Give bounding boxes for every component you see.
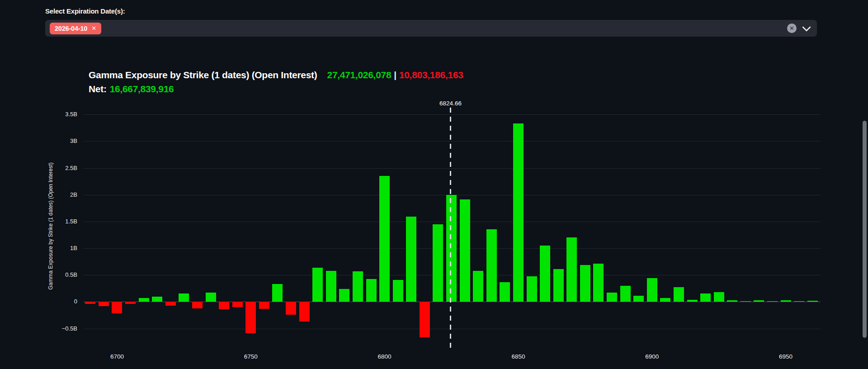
gamma-dashboard-page: Select Expiration Date(s): 2026-04-10 ✕ … xyxy=(0,0,868,369)
gamma-bar[interactable] xyxy=(486,229,497,302)
x-tick-label: 6800 xyxy=(369,353,401,360)
gamma-bar[interactable] xyxy=(527,276,537,302)
y-tick-label: 3B xyxy=(56,137,77,144)
gamma-bar[interactable] xyxy=(727,300,737,302)
plot-area: Gamma Exposure by Strike (1 dates) (Open… xyxy=(84,111,821,341)
select-control-icons: ✕ xyxy=(787,24,810,33)
gamma-bar[interactable] xyxy=(513,123,524,302)
gamma-bar[interactable] xyxy=(420,302,430,337)
gamma-bar[interactable] xyxy=(433,224,443,302)
gamma-bar[interactable] xyxy=(767,301,778,302)
y-tick-label: 2B xyxy=(56,191,77,198)
gamma-bar[interactable] xyxy=(339,289,349,302)
x-tick-label: 6750 xyxy=(235,353,267,360)
gamma-bar[interactable] xyxy=(326,271,336,302)
y-tick-label: 0.5B xyxy=(56,271,77,278)
call-gamma-total: 27,471,026,078 xyxy=(327,70,392,80)
gamma-bar[interactable] xyxy=(754,300,764,302)
x-tick-label: 6900 xyxy=(636,353,668,360)
chart-title: Gamma Exposure by Strike (1 dates) (Open… xyxy=(89,70,317,80)
gamma-bar[interactable] xyxy=(660,298,670,302)
x-tick-label: 6850 xyxy=(502,353,534,360)
gamma-bar[interactable] xyxy=(593,264,604,302)
selected-date-value: 2026-04-10 xyxy=(55,25,87,32)
gamma-bar[interactable] xyxy=(245,302,256,333)
chevron-down-icon[interactable] xyxy=(802,23,811,32)
put-gamma-total: 10,803,186,163 xyxy=(399,70,463,80)
gamma-bar[interactable] xyxy=(125,302,136,304)
gamma-bar[interactable] xyxy=(353,271,363,302)
y-tick-label: 0 xyxy=(56,298,77,305)
gamma-bar[interactable] xyxy=(393,280,403,302)
x-tick-label: 6950 xyxy=(770,353,802,360)
selected-date-tag[interactable]: 2026-04-10 ✕ xyxy=(50,23,101,34)
gamma-bar[interactable] xyxy=(259,302,269,308)
gamma-bar[interactable] xyxy=(152,297,162,302)
clear-all-icon[interactable]: ✕ xyxy=(787,24,797,33)
chart-header: Gamma Exposure by Strike (1 dates) (Open… xyxy=(89,68,463,96)
spot-price-line xyxy=(450,108,451,348)
gamma-bar[interactable] xyxy=(633,296,644,302)
gamma-bar[interactable] xyxy=(781,300,791,302)
tag-remove-icon[interactable]: ✕ xyxy=(91,25,96,31)
net-gamma-label: Net: xyxy=(89,84,107,94)
spot-price-label: 6824.66 xyxy=(439,100,462,107)
gamma-bar[interactable] xyxy=(446,195,457,302)
gamma-bar[interactable] xyxy=(179,293,189,302)
net-gamma-value: 16,667,839,916 xyxy=(110,84,174,94)
expiration-select-label: Select Expiration Date(s): xyxy=(45,7,125,15)
gamma-bar[interactable] xyxy=(687,300,698,302)
gamma-bar[interactable] xyxy=(647,278,657,302)
gamma-bar[interactable] xyxy=(607,293,617,302)
gamma-bar[interactable] xyxy=(540,246,550,302)
y-tick-label: −0.5B xyxy=(56,325,77,332)
gamma-bar[interactable] xyxy=(232,302,243,307)
gamma-bar[interactable] xyxy=(99,302,109,306)
gamma-bar[interactable] xyxy=(794,301,804,302)
gridline xyxy=(84,168,821,169)
gamma-bar[interactable] xyxy=(206,293,216,302)
gamma-bar[interactable] xyxy=(286,302,296,314)
gamma-bar[interactable] xyxy=(500,282,510,302)
gamma-bar[interactable] xyxy=(460,199,470,302)
gamma-bar[interactable] xyxy=(580,265,590,302)
gamma-bar[interactable] xyxy=(165,302,176,305)
gridline xyxy=(84,329,821,329)
gamma-bar[interactable] xyxy=(192,302,203,308)
scrollbar-thumb[interactable] xyxy=(863,121,867,338)
gamma-bar[interactable] xyxy=(553,269,564,302)
gamma-bar[interactable] xyxy=(807,301,818,302)
gamma-bar[interactable] xyxy=(312,268,323,302)
gamma-bar[interactable] xyxy=(379,176,390,302)
gamma-bar[interactable] xyxy=(620,286,631,302)
gamma-bar[interactable] xyxy=(272,284,283,302)
totals-separator: | xyxy=(394,70,396,80)
expiration-select-control[interactable]: 2026-04-10 ✕ ✕ xyxy=(45,20,817,37)
gamma-bar[interactable] xyxy=(674,287,684,302)
gamma-bar[interactable] xyxy=(700,293,711,302)
y-tick-label: 1.5B xyxy=(56,218,77,225)
gamma-bar[interactable] xyxy=(219,302,229,309)
gamma-bar[interactable] xyxy=(85,302,95,304)
gamma-bar[interactable] xyxy=(139,298,149,302)
gamma-bar[interactable] xyxy=(473,271,483,302)
gridline xyxy=(84,114,821,115)
gamma-bar[interactable] xyxy=(299,302,310,322)
gamma-bar[interactable] xyxy=(366,279,377,302)
gamma-bar[interactable] xyxy=(714,292,724,302)
y-tick-label: 1B xyxy=(56,245,77,251)
gamma-bar[interactable] xyxy=(741,301,751,302)
gridline xyxy=(84,141,821,142)
y-tick-label: 2.5B xyxy=(56,165,77,171)
x-tick-label: 6700 xyxy=(101,353,133,360)
gamma-bar[interactable] xyxy=(406,217,416,302)
y-tick-label: 3.5B xyxy=(56,111,77,118)
gamma-bar[interactable] xyxy=(566,237,577,302)
gamma-bar[interactable] xyxy=(112,302,122,313)
